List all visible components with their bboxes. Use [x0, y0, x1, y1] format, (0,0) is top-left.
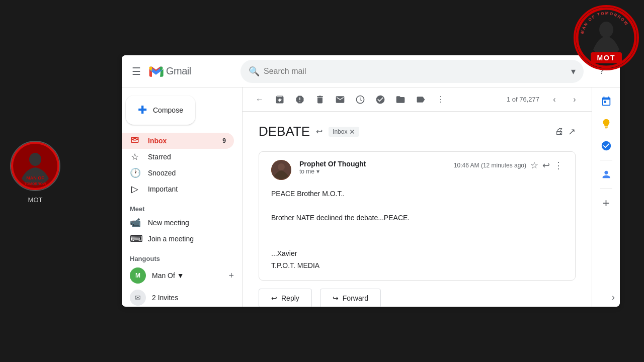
gmail-text: Gmail [166, 65, 191, 77]
forward-label: Forward [343, 294, 368, 302]
svg-text:MOT: MOT [597, 54, 615, 62]
invites-label: 2 Invites [152, 294, 178, 302]
compose-button[interactable]: ✚ Compose [126, 96, 195, 125]
hangouts-section-title: Hangouts [122, 251, 242, 264]
sender-to-chevron: ▾ [316, 168, 319, 175]
message-more-button[interactable]: ⋮ [554, 160, 563, 171]
gmail-logo: Gmail [148, 63, 191, 79]
sender-avatar [271, 160, 291, 180]
email-line-3: Brother NATE declined the debate...PEACE… [271, 212, 563, 224]
external-link-button[interactable]: ↗ [568, 126, 576, 137]
email-subject: DEBATE [259, 124, 310, 139]
email-timestamp: 10:46 AM (12 minutes ago) [454, 162, 526, 169]
more-button[interactable]: ⋮ [432, 90, 450, 109]
snooze-button[interactable] [351, 90, 369, 109]
mark-button[interactable] [331, 90, 349, 109]
sidebar-item-snoozed[interactable]: 🕐 Snoozed [122, 165, 234, 181]
snoozed-label: Snoozed [148, 169, 176, 177]
meet-section-title: Meet [122, 201, 242, 215]
compose-label: Compose [153, 106, 183, 114]
main-content: ← [243, 87, 592, 307]
print-button[interactable]: 🖨 [555, 126, 564, 137]
sidebar: ✚ Compose Inbox 9 ☆ Starred 🕐 Snoozed ▷ [122, 87, 243, 307]
email-line-1: PEACE Brother M.O.T.. [271, 188, 563, 200]
gmail-m-icon [148, 63, 164, 79]
label-button[interactable] [412, 90, 430, 109]
new-meeting-label: New meeting [148, 219, 189, 227]
message-header: Prophet Of Thought to me ▾ 10:46 AM (12 … [271, 160, 563, 180]
forward-button[interactable]: ↪ Forward [320, 289, 381, 307]
sidebar-item-new-meeting[interactable]: 📹 New meeting [122, 215, 234, 231]
hangouts-user-item[interactable]: M Man Of ▼ + [122, 264, 242, 287]
quick-reply-button[interactable]: ↩ [542, 160, 550, 171]
svg-text:TOMORROW: TOMORROW [24, 182, 46, 186]
redirect-icon[interactable]: ↩ [316, 127, 323, 136]
inbox-icon [130, 135, 140, 147]
scroll-next-indicator[interactable]: › [612, 292, 615, 303]
star-button[interactable]: ☆ [530, 160, 538, 171]
folder-button[interactable] [391, 90, 410, 109]
gmail-app: ☰ Gmail 🔍 ▾ ? [122, 55, 620, 307]
tasks-button[interactable] [596, 136, 616, 156]
left-avatar: MAN OF TOMORROW [10, 141, 60, 191]
spam-button[interactable] [291, 90, 309, 109]
important-icon: ▷ [130, 184, 140, 195]
right-sidebar-divider [600, 160, 612, 160]
hamburger-button[interactable]: ☰ [130, 63, 143, 79]
gmail-body: ✚ Compose Inbox 9 ☆ Starred 🕐 Snoozed ▷ [122, 87, 620, 307]
hangouts-dropdown-icon: ▼ [177, 272, 184, 280]
svg-point-1 [599, 22, 613, 38]
sender-to[interactable]: to me ▾ [299, 168, 446, 175]
compose-plus-icon: ✚ [138, 104, 147, 117]
calendar-button[interactable] [596, 92, 616, 112]
snoozed-icon: 🕐 [130, 167, 140, 178]
svg-point-11 [278, 163, 285, 170]
search-input[interactable] [264, 67, 567, 76]
sidebar-item-starred[interactable]: ☆ Starred [122, 149, 234, 165]
left-label-text: MOT [28, 196, 43, 204]
hangouts-avatar: M [130, 267, 146, 284]
search-bar[interactable]: 🔍 ▾ [240, 60, 584, 83]
delete-button[interactable] [311, 90, 329, 109]
inbox-badge-label: Inbox [333, 128, 347, 135]
sender-name: Prophet Of Thought [299, 160, 446, 168]
search-icon: 🔍 [249, 66, 260, 77]
email-toolbar: ← [243, 87, 592, 112]
sender-to-label: to me [299, 168, 314, 175]
contacts-button[interactable] [596, 164, 616, 185]
reply-button[interactable]: ↩ Reply [259, 289, 312, 307]
hangouts-add-icon[interactable]: + [228, 270, 234, 281]
inbox-badge-remove[interactable]: ✕ [349, 128, 355, 136]
hangouts-user-label: Man Of [152, 272, 175, 280]
reply-actions: ↩ Reply ↪ Forward [259, 289, 576, 307]
join-meeting-icon: ⌨ [130, 233, 140, 244]
join-meeting-label: Join a meeting [148, 235, 194, 243]
back-button[interactable]: ← [251, 90, 269, 109]
sidebar-item-inbox[interactable]: Inbox 9 [122, 133, 234, 149]
email-line-6: ...Xavier [271, 248, 563, 260]
email-line-7: T.P.O.T. MEDIA [271, 260, 563, 272]
inbox-badge: 9 [222, 137, 226, 144]
sender-info: Prophet Of Thought to me ▾ [299, 160, 446, 175]
sidebar-item-important[interactable]: ▷ Important [122, 181, 234, 197]
keep-button[interactable] [596, 114, 616, 134]
hangouts-invites-item[interactable]: ✉ 2 Invites [122, 287, 242, 307]
archive-button[interactable] [271, 90, 289, 109]
sidebar-item-join-meeting[interactable]: ⌨ Join a meeting [122, 231, 234, 247]
email-message: Prophet Of Thought to me ▾ 10:46 AM (12 … [259, 151, 576, 281]
inbox-label: Inbox [148, 137, 167, 145]
task-button[interactable] [371, 90, 389, 109]
hangouts-username: Man Of ▼ [152, 272, 184, 280]
starred-label: Starred [148, 153, 171, 161]
toolbar-left: ← [251, 90, 450, 109]
prev-page-button[interactable]: ‹ [545, 90, 564, 109]
reply-arrow-icon: ↩ [271, 294, 277, 302]
new-meeting-icon: 📹 [130, 217, 140, 228]
inbox-tag-badge: Inbox ✕ [329, 127, 359, 137]
forward-arrow-icon: ↪ [333, 294, 339, 302]
next-page-button[interactable]: › [566, 90, 584, 109]
gmail-header: ☰ Gmail 🔍 ▾ ? [122, 55, 620, 87]
gmail-logo-area: ☰ Gmail [130, 63, 240, 79]
add-app-button[interactable]: + [596, 193, 616, 213]
email-content-area: DEBATE ↩ Inbox ✕ 🖨 ↗ [243, 112, 592, 307]
